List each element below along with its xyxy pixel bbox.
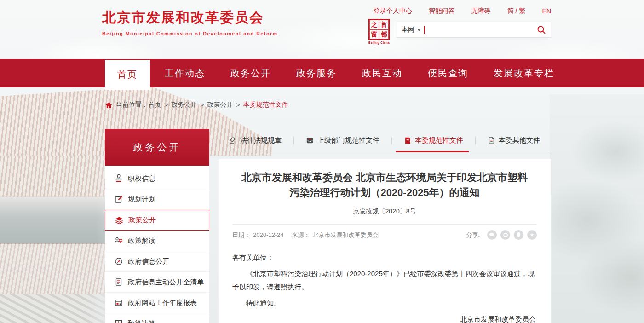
divider: [293, 137, 294, 144]
seal-char: 都: [379, 29, 389, 39]
article-salutation: 各有关单位：: [232, 251, 537, 264]
sidebar-item-label: 职权信息: [128, 174, 155, 183]
sidebar-item-label: 政策解读: [128, 236, 155, 245]
budget-icon: [115, 319, 123, 323]
source-label: 来源：: [292, 231, 310, 238]
english-link[interactable]: EN: [542, 7, 551, 15]
search-icon[interactable]: [537, 25, 546, 35]
site-title: 北京市发展和改革委员会: [102, 8, 278, 27]
sidebar-item-label: 政府网站工作年度报表: [128, 299, 197, 307]
sidebar-item-gov-info-disclosure[interactable]: 政府信息公开: [105, 251, 209, 272]
divider: [475, 137, 476, 144]
nav-item-convenience-query[interactable]: 便民查询: [428, 59, 468, 87]
sidebar-item-label: 政府信息主动公开全清单: [128, 278, 204, 287]
share-label: 分享:: [466, 231, 480, 239]
nav-item-reform-special[interactable]: 发展改革专栏: [494, 59, 554, 87]
search-scope-dropdown[interactable]: 本网: [402, 26, 424, 34]
chevron-down-icon: [417, 29, 421, 31]
article-source: 北京市发展和改革委员会: [313, 231, 379, 238]
seal-char: 窗: [369, 29, 379, 39]
document-list-icon: [115, 278, 123, 286]
tab-label: 法律法规规章: [240, 136, 282, 145]
tab-superior-normative-docs[interactable]: 上级部门规范性文件: [306, 130, 380, 151]
nav-items: 首页 工作动态 政务公开 政务服务 政民互动 便民查询 发展改革专栏: [105, 59, 554, 89]
tab-label: 本委其他文件: [499, 136, 540, 145]
tab-label: 上级部门规范性文件: [317, 136, 380, 145]
nav-item-home[interactable]: 首页: [105, 60, 150, 90]
sidebar-list: 职权信息 规划计划: [105, 166, 209, 323]
background-trees: [550, 94, 644, 323]
policy-layers-icon: [115, 216, 123, 225]
article-meta-left: 日期：2020-12-24来源：北京市发展和改革委员会: [232, 231, 381, 239]
document-red-icon: [404, 137, 411, 144]
article-paragraph: 《北京市塑料污染治理行动计划（2020-2025年）》已经市委深改委第十四次会议…: [232, 267, 537, 294]
plan-edit-icon: [115, 195, 123, 203]
inbox-icon: [306, 137, 314, 144]
document-other-icon: [488, 137, 495, 144]
sidebar-item-annual-report[interactable]: 政府网站工作年度报表: [105, 293, 209, 313]
breadcrumb-item-policy-disclosure[interactable]: 政策公开: [207, 101, 233, 109]
article-body: 各有关单位： 《北京市塑料污染治理行动计划（2020-2025年）》已经市委深改…: [232, 251, 537, 323]
sidebar-item-label: 政府信息公开: [128, 257, 169, 266]
breadcrumb-separator: >: [200, 101, 204, 109]
site-logo[interactable]: 北京市发展和改革委员会 Beijing Municipal Commission…: [102, 8, 278, 36]
qq-share-icon[interactable]: [514, 230, 523, 240]
home-icon[interactable]: [105, 102, 112, 108]
sidebar: 政务公开 职权信息: [105, 129, 209, 323]
sidebar-item-policy-disclosure[interactable]: 政策公开: [105, 210, 209, 231]
favorite-share-icon[interactable]: [527, 230, 537, 240]
tab-label: 本委规范性文件: [415, 136, 463, 145]
nav-item-gov-services[interactable]: 政务服务: [296, 59, 337, 87]
weibo-share-icon[interactable]: [500, 230, 510, 240]
sidebar-item-label: 政策公开: [128, 216, 156, 225]
sidebar-item-plans[interactable]: 规划计划: [105, 189, 209, 210]
wechat-share-icon[interactable]: [487, 230, 497, 240]
breadcrumb-item-current: 本委规范性文件: [243, 101, 288, 109]
annual-report-icon: [115, 299, 123, 307]
article-date: 2020-12-24: [253, 231, 284, 238]
compass-icon: [115, 257, 123, 265]
sidebar-item-label: 预算决算: [128, 319, 155, 323]
sidebar-item-proactive-disclosure-list[interactable]: 政府信息主动公开全清单: [105, 272, 209, 293]
main-navbar: 首页 工作动态 政务公开 政务服务 政民互动 便民查询 发展改革专栏: [0, 59, 644, 87]
simplified-traditional-toggle[interactable]: 简 / 繁: [507, 7, 526, 15]
nav-item-gov-disclosure[interactable]: 政务公开: [230, 59, 271, 87]
accessibility-link[interactable]: 无障碍: [471, 7, 490, 15]
header-links: 登录个人中心 智能问答 无障碍 简 / 繁 EN: [374, 7, 551, 15]
login-personal-center-link[interactable]: 登录个人中心: [374, 7, 412, 15]
tab-commission-other-docs[interactable]: 本委其他文件: [488, 130, 540, 151]
sidebar-item-budget[interactable]: 预算决算: [105, 313, 209, 323]
article-title: 北京市发展和改革委员会 北京市生态环境局关于印发北京市塑料污染治理行动计划（20…: [237, 170, 532, 200]
site-subtitle: Beijing Municipal Commission of Developm…: [102, 31, 278, 36]
breadcrumb: 当前位置： 首页 > 政务公开 > 政策公开 > 本委规范性文件: [105, 101, 288, 109]
share-bar: 分享:: [466, 230, 537, 240]
seal-icon: 之 首 窗 都: [368, 19, 390, 40]
article-paragraph: 特此通知。: [232, 296, 537, 310]
divider: [232, 224, 537, 225]
page: 北京市发展和改革委员会 Beijing Municipal Commission…: [0, 0, 644, 323]
smart-qa-link[interactable]: 智能问答: [429, 7, 454, 15]
date-label: 日期：: [232, 231, 250, 238]
tab-commission-normative-docs[interactable]: 本委规范性文件: [404, 130, 463, 151]
tab-laws-regulations[interactable]: 法律法规规章: [229, 130, 282, 151]
seal-char: 之: [369, 20, 379, 29]
beijing-china-seal-logo[interactable]: 之 首 窗 都 Beijing-China: [367, 19, 391, 44]
nav-item-work-news[interactable]: 工作动态: [165, 59, 205, 87]
sidebar-title: 政务公开: [105, 129, 209, 166]
seal-char: 首: [379, 20, 389, 29]
stamp-icon: [115, 174, 123, 183]
breadcrumb-item-gov-disclosure[interactable]: 政务公开: [171, 101, 197, 109]
gavel-icon: [229, 137, 236, 144]
sidebar-item-policy-interpretation[interactable]: 政策解读: [105, 231, 209, 251]
breadcrumb-item-home[interactable]: 首页: [148, 101, 161, 109]
article-meta: 日期：2020-12-24来源：北京市发展和改革委员会 分享:: [232, 230, 537, 240]
article-panel: 北京市发展和改革委员会 北京市生态环境局关于印发北京市塑料污染治理行动计划（20…: [218, 159, 551, 323]
sidebar-item-authority-info[interactable]: 职权信息: [105, 168, 209, 189]
search-input[interactable]: [425, 24, 537, 35]
article-signature: 北京市发展和改革委员会: [232, 312, 537, 323]
nav-item-public-interaction[interactable]: 政民互动: [362, 59, 402, 87]
search-scope-label: 本网: [402, 26, 414, 34]
background-palace-roof: [0, 294, 120, 323]
divider: [391, 137, 392, 144]
breadcrumb-label: 当前位置：: [116, 101, 148, 109]
